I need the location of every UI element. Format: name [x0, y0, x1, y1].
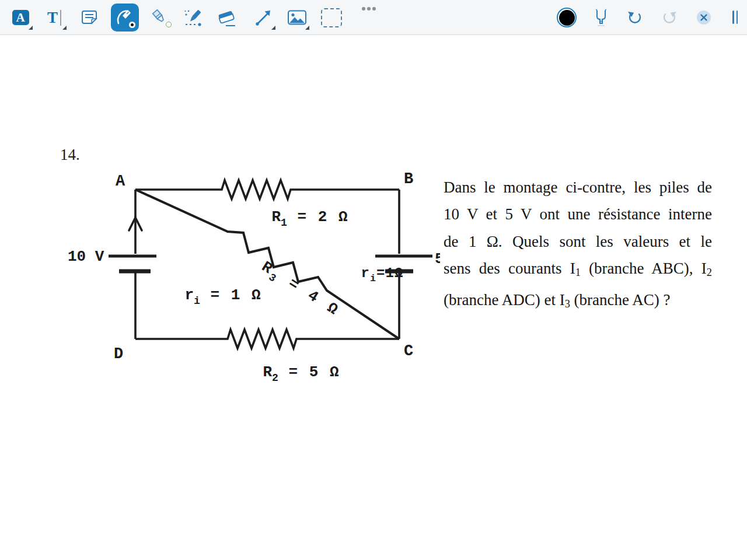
highlighter-size-indicator [166, 22, 172, 27]
left-battery-voltage-label: 10 V [68, 248, 104, 265]
text-tool-button[interactable]: T [40, 4, 68, 32]
undo-icon [624, 7, 645, 28]
note-page[interactable]: 14. A B C D R1 = 2 Ω R2 = 5 Ω R3 = 4 Ω 1… [0, 36, 747, 560]
redo-button[interactable] [655, 4, 683, 32]
dropdown-corner-icon [29, 26, 33, 30]
split-view-handle[interactable] [732, 10, 738, 24]
text-tool-icon: T [47, 9, 58, 27]
marquee-select-icon [321, 8, 342, 27]
problem-line: Dans le montage ci-contre, les piles de [444, 174, 712, 201]
dropdown-corner-icon [271, 26, 275, 30]
problem-line: sens des courants I1 (branche ABC), I2 [444, 255, 712, 286]
more-handle[interactable] [362, 7, 376, 10]
problem-line: (branche ADC) et I3 (branche AC) ? [444, 286, 712, 317]
note-button[interactable] [75, 4, 103, 32]
node-label-b: B [404, 170, 413, 188]
note-icon [79, 7, 100, 28]
close-icon [700, 13, 708, 22]
resistor-r2-label: R2 = 5 Ω [226, 346, 340, 398]
dropdown-corner-icon [62, 26, 67, 30]
problem-number: 14. [60, 146, 80, 164]
pen-button[interactable] [111, 4, 139, 32]
undo-button[interactable] [621, 4, 649, 32]
image-button[interactable] [283, 4, 311, 32]
font-style-button[interactable]: A [6, 4, 34, 32]
left-battery-ri-label: ri = 1 Ω [148, 269, 262, 321]
eraser-button[interactable] [214, 4, 242, 32]
color-swatch-button[interactable] [557, 8, 577, 27]
select-button[interactable] [317, 4, 345, 32]
text-cursor-icon [60, 10, 61, 26]
arrow-tool-button[interactable] [249, 4, 277, 32]
shape-pen-button[interactable] [180, 4, 208, 32]
font-style-icon: A [12, 10, 29, 25]
arrow-tool-icon [253, 7, 274, 28]
problem-line: de 1 Ω. Quels sont les valeurs et le [444, 228, 712, 255]
node-label-d: D [114, 345, 123, 363]
pen-tip-button[interactable] [587, 4, 615, 32]
node-label-a: A [116, 173, 125, 190]
image-icon [286, 7, 308, 28]
node-label-c: C [404, 342, 413, 360]
toolbar: A T [0, 0, 747, 35]
eraser-icon [217, 7, 238, 28]
current-color [559, 10, 575, 26]
dropdown-corner-icon [305, 26, 309, 30]
shape-pen-icon [183, 7, 204, 28]
problem-line: 10 V et 5 V ont une résistance interne [444, 201, 712, 228]
current-arrow-icon [129, 218, 142, 230]
pen-tip-icon [591, 7, 612, 28]
close-button[interactable] [697, 10, 711, 24]
pen-size-indicator [129, 22, 135, 28]
right-battery-ri-label: ri=1Ω [325, 250, 403, 297]
problem-statement: Dans le montage ci-contre, les piles de1… [444, 174, 712, 317]
right-battery-clipped-voltage: 5 [435, 250, 440, 268]
highlighter-button[interactable] [146, 4, 174, 32]
redo-icon [659, 7, 680, 28]
